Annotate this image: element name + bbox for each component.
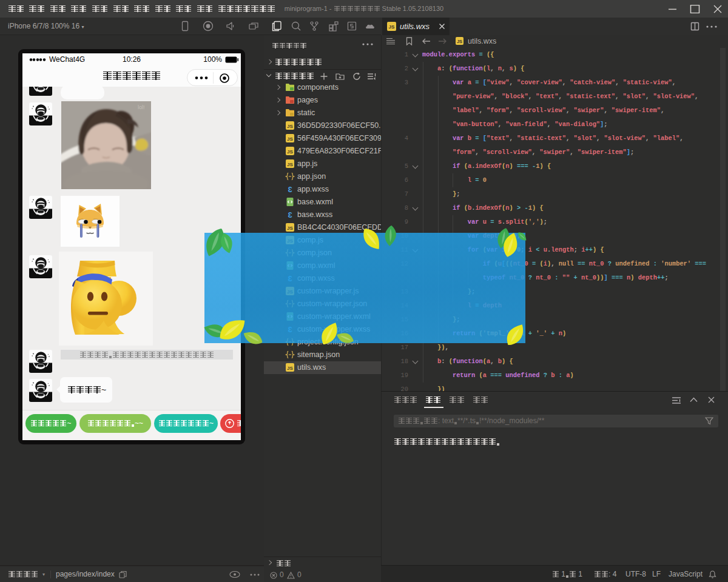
svg-text:JS: JS	[287, 226, 293, 231]
svg-text:JS: JS	[287, 162, 293, 167]
svg-text:JS: JS	[389, 24, 395, 30]
svg-text:JS: JS	[287, 124, 293, 129]
svg-text:JS: JS	[287, 136, 293, 142]
svg-text:3: 3	[288, 210, 292, 219]
svg-text:JS: JS	[457, 39, 462, 44]
svg-text:JS: JS	[287, 366, 293, 371]
svg-text:JS: JS	[287, 149, 293, 155]
svg-text:lol!: lol!	[138, 104, 145, 110]
svg-text:3: 3	[288, 185, 292, 194]
